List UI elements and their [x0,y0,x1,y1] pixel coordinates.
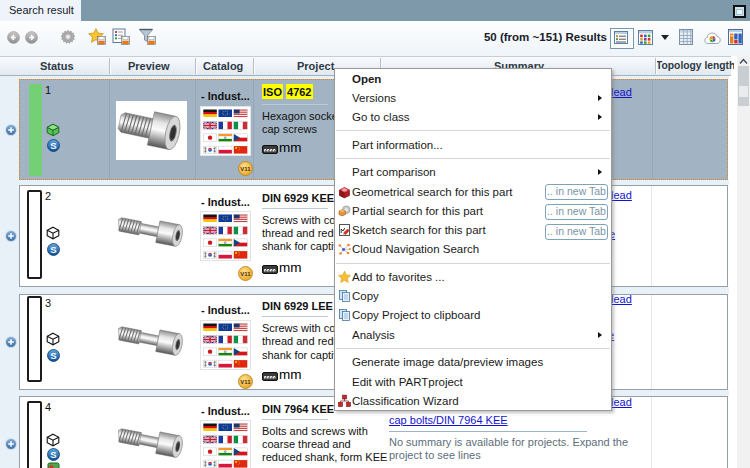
svg-text:V11: V11 [240,379,251,385]
svg-text:V11: V11 [240,271,251,277]
svg-text:S: S [50,349,56,360]
svg-text:S: S [50,140,56,151]
svg-text:S: S [50,243,56,254]
svg-text:V11: V11 [240,166,251,172]
svg-text:S: S [50,448,56,459]
